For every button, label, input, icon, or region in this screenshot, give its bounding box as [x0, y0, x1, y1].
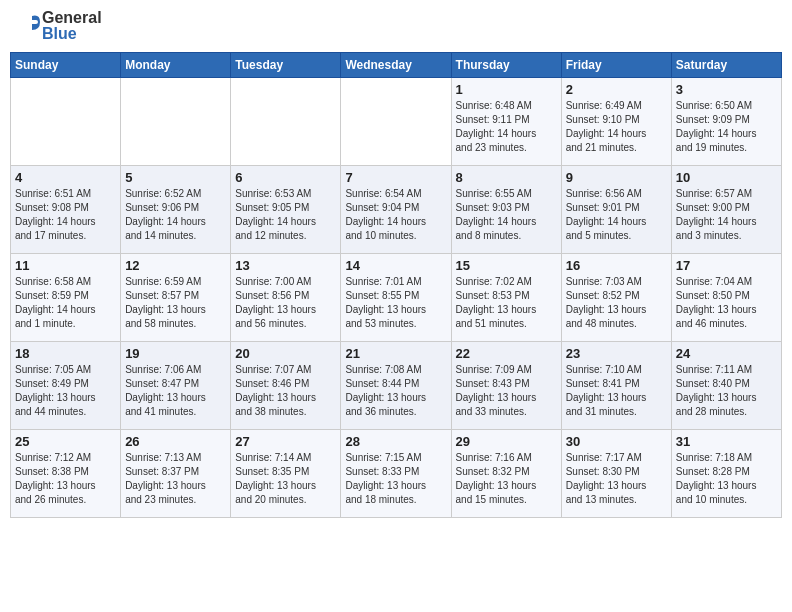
day-info: Sunrise: 6:55 AM Sunset: 9:03 PM Dayligh…: [456, 187, 557, 243]
day-number: 27: [235, 434, 336, 449]
calendar-cell: 29Sunrise: 7:16 AM Sunset: 8:32 PM Dayli…: [451, 430, 561, 518]
calendar-cell: 7Sunrise: 6:54 AM Sunset: 9:04 PM Daylig…: [341, 166, 451, 254]
weekday-header-tuesday: Tuesday: [231, 53, 341, 78]
calendar-cell: 12Sunrise: 6:59 AM Sunset: 8:57 PM Dayli…: [121, 254, 231, 342]
day-number: 21: [345, 346, 446, 361]
day-info: Sunrise: 7:10 AM Sunset: 8:41 PM Dayligh…: [566, 363, 667, 419]
weekday-header-friday: Friday: [561, 53, 671, 78]
day-info: Sunrise: 6:52 AM Sunset: 9:06 PM Dayligh…: [125, 187, 226, 243]
day-info: Sunrise: 6:54 AM Sunset: 9:04 PM Dayligh…: [345, 187, 446, 243]
day-number: 19: [125, 346, 226, 361]
day-number: 3: [676, 82, 777, 97]
calendar-table: SundayMondayTuesdayWednesdayThursdayFrid…: [10, 52, 782, 518]
day-number: 10: [676, 170, 777, 185]
day-info: Sunrise: 6:57 AM Sunset: 9:00 PM Dayligh…: [676, 187, 777, 243]
day-number: 1: [456, 82, 557, 97]
weekday-header-sunday: Sunday: [11, 53, 121, 78]
calendar-week-1: 1Sunrise: 6:48 AM Sunset: 9:11 PM Daylig…: [11, 78, 782, 166]
day-number: 11: [15, 258, 116, 273]
day-info: Sunrise: 7:17 AM Sunset: 8:30 PM Dayligh…: [566, 451, 667, 507]
day-number: 4: [15, 170, 116, 185]
calendar-cell: 30Sunrise: 7:17 AM Sunset: 8:30 PM Dayli…: [561, 430, 671, 518]
day-info: Sunrise: 7:03 AM Sunset: 8:52 PM Dayligh…: [566, 275, 667, 331]
calendar-cell: 27Sunrise: 7:14 AM Sunset: 8:35 PM Dayli…: [231, 430, 341, 518]
day-info: Sunrise: 7:07 AM Sunset: 8:46 PM Dayligh…: [235, 363, 336, 419]
calendar-cell: 1Sunrise: 6:48 AM Sunset: 9:11 PM Daylig…: [451, 78, 561, 166]
day-info: Sunrise: 6:49 AM Sunset: 9:10 PM Dayligh…: [566, 99, 667, 155]
day-number: 25: [15, 434, 116, 449]
day-number: 23: [566, 346, 667, 361]
day-number: 26: [125, 434, 226, 449]
logo-blue: Blue: [42, 25, 77, 42]
logo: General Blue: [10, 10, 102, 42]
day-info: Sunrise: 7:13 AM Sunset: 8:37 PM Dayligh…: [125, 451, 226, 507]
calendar-cell: 25Sunrise: 7:12 AM Sunset: 8:38 PM Dayli…: [11, 430, 121, 518]
calendar-cell: 6Sunrise: 6:53 AM Sunset: 9:05 PM Daylig…: [231, 166, 341, 254]
calendar-cell: 3Sunrise: 6:50 AM Sunset: 9:09 PM Daylig…: [671, 78, 781, 166]
calendar-week-3: 11Sunrise: 6:58 AM Sunset: 8:59 PM Dayli…: [11, 254, 782, 342]
day-info: Sunrise: 7:02 AM Sunset: 8:53 PM Dayligh…: [456, 275, 557, 331]
calendar-cell: 20Sunrise: 7:07 AM Sunset: 8:46 PM Dayli…: [231, 342, 341, 430]
day-number: 30: [566, 434, 667, 449]
calendar-cell: 19Sunrise: 7:06 AM Sunset: 8:47 PM Dayli…: [121, 342, 231, 430]
day-number: 28: [345, 434, 446, 449]
calendar-cell: 22Sunrise: 7:09 AM Sunset: 8:43 PM Dayli…: [451, 342, 561, 430]
day-number: 29: [456, 434, 557, 449]
calendar-cell: 17Sunrise: 7:04 AM Sunset: 8:50 PM Dayli…: [671, 254, 781, 342]
calendar-cell: 16Sunrise: 7:03 AM Sunset: 8:52 PM Dayli…: [561, 254, 671, 342]
day-number: 8: [456, 170, 557, 185]
day-info: Sunrise: 7:11 AM Sunset: 8:40 PM Dayligh…: [676, 363, 777, 419]
logo-general: General: [42, 9, 102, 26]
day-info: Sunrise: 6:51 AM Sunset: 9:08 PM Dayligh…: [15, 187, 116, 243]
day-info: Sunrise: 7:15 AM Sunset: 8:33 PM Dayligh…: [345, 451, 446, 507]
day-number: 31: [676, 434, 777, 449]
day-number: 22: [456, 346, 557, 361]
calendar-cell: 14Sunrise: 7:01 AM Sunset: 8:55 PM Dayli…: [341, 254, 451, 342]
calendar-cell: [121, 78, 231, 166]
day-number: 6: [235, 170, 336, 185]
day-info: Sunrise: 7:18 AM Sunset: 8:28 PM Dayligh…: [676, 451, 777, 507]
day-number: 15: [456, 258, 557, 273]
weekday-header-monday: Monday: [121, 53, 231, 78]
day-number: 24: [676, 346, 777, 361]
calendar-week-4: 18Sunrise: 7:05 AM Sunset: 8:49 PM Dayli…: [11, 342, 782, 430]
day-info: Sunrise: 7:12 AM Sunset: 8:38 PM Dayligh…: [15, 451, 116, 507]
day-info: Sunrise: 7:00 AM Sunset: 8:56 PM Dayligh…: [235, 275, 336, 331]
day-info: Sunrise: 6:48 AM Sunset: 9:11 PM Dayligh…: [456, 99, 557, 155]
calendar-cell: 11Sunrise: 6:58 AM Sunset: 8:59 PM Dayli…: [11, 254, 121, 342]
calendar-cell: 4Sunrise: 6:51 AM Sunset: 9:08 PM Daylig…: [11, 166, 121, 254]
day-number: 12: [125, 258, 226, 273]
day-info: Sunrise: 6:53 AM Sunset: 9:05 PM Dayligh…: [235, 187, 336, 243]
day-number: 2: [566, 82, 667, 97]
day-number: 7: [345, 170, 446, 185]
calendar-cell: 23Sunrise: 7:10 AM Sunset: 8:41 PM Dayli…: [561, 342, 671, 430]
calendar-cell: 24Sunrise: 7:11 AM Sunset: 8:40 PM Dayli…: [671, 342, 781, 430]
calendar-cell: 15Sunrise: 7:02 AM Sunset: 8:53 PM Dayli…: [451, 254, 561, 342]
logo-icon: [10, 10, 42, 42]
calendar-cell: 5Sunrise: 6:52 AM Sunset: 9:06 PM Daylig…: [121, 166, 231, 254]
day-info: Sunrise: 6:56 AM Sunset: 9:01 PM Dayligh…: [566, 187, 667, 243]
weekday-header-thursday: Thursday: [451, 53, 561, 78]
calendar-cell: 9Sunrise: 6:56 AM Sunset: 9:01 PM Daylig…: [561, 166, 671, 254]
day-number: 13: [235, 258, 336, 273]
calendar-cell: 28Sunrise: 7:15 AM Sunset: 8:33 PM Dayli…: [341, 430, 451, 518]
calendar-cell: 10Sunrise: 6:57 AM Sunset: 9:00 PM Dayli…: [671, 166, 781, 254]
day-number: 17: [676, 258, 777, 273]
day-number: 14: [345, 258, 446, 273]
calendar-cell: 21Sunrise: 7:08 AM Sunset: 8:44 PM Dayli…: [341, 342, 451, 430]
calendar-cell: [341, 78, 451, 166]
calendar-week-2: 4Sunrise: 6:51 AM Sunset: 9:08 PM Daylig…: [11, 166, 782, 254]
day-info: Sunrise: 7:08 AM Sunset: 8:44 PM Dayligh…: [345, 363, 446, 419]
day-number: 16: [566, 258, 667, 273]
calendar-cell: 8Sunrise: 6:55 AM Sunset: 9:03 PM Daylig…: [451, 166, 561, 254]
calendar-cell: 18Sunrise: 7:05 AM Sunset: 8:49 PM Dayli…: [11, 342, 121, 430]
day-number: 20: [235, 346, 336, 361]
day-info: Sunrise: 7:16 AM Sunset: 8:32 PM Dayligh…: [456, 451, 557, 507]
day-number: 5: [125, 170, 226, 185]
calendar-cell: [231, 78, 341, 166]
calendar-cell: [11, 78, 121, 166]
day-info: Sunrise: 6:58 AM Sunset: 8:59 PM Dayligh…: [15, 275, 116, 331]
weekday-header-wednesday: Wednesday: [341, 53, 451, 78]
calendar-week-5: 25Sunrise: 7:12 AM Sunset: 8:38 PM Dayli…: [11, 430, 782, 518]
day-number: 9: [566, 170, 667, 185]
